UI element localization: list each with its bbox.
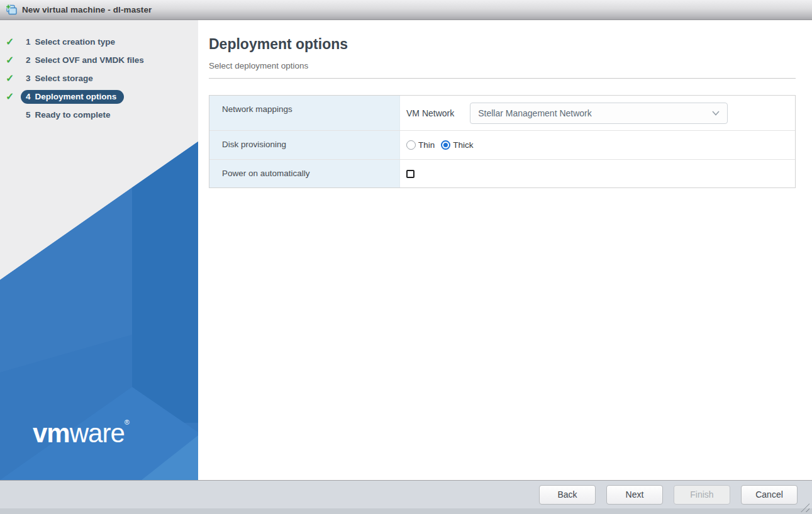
divider (209, 78, 796, 79)
step-label: Select creation type (35, 37, 116, 47)
row-label: Network mappings (209, 96, 400, 130)
step-label: Select OVF and VMDK files (35, 55, 144, 65)
radio-dot (443, 143, 448, 147)
finish-button[interactable]: Finish (674, 485, 730, 505)
power-on-checkbox[interactable] (406, 170, 414, 178)
check-icon: ✓ (6, 74, 21, 84)
page-subtitle: Select deployment options (209, 61, 796, 70)
check-icon: ✓ (6, 55, 21, 65)
check-icon: ✓ (6, 37, 21, 47)
power-on-row: Power on automatically (209, 160, 795, 187)
wizard-steps: ✓ 1Select creation type ✓ 2Select OVF an… (0, 33, 198, 124)
step-label: Deployment options (35, 92, 117, 101)
step-number: 5 (26, 110, 31, 120)
new-vm-wizard-window: New virtual machine - dl-master ✓ 1Selec… (0, 0, 812, 514)
thin-radio-label[interactable]: Thin (418, 140, 435, 150)
row-label: Power on automatically (209, 160, 400, 187)
wizard-step-5[interactable]: 5Ready to complete (0, 106, 198, 124)
cancel-button[interactable]: Cancel (741, 485, 798, 505)
wizard-step-2[interactable]: ✓ 2Select OVF and VMDK files (0, 51, 198, 69)
page-title: Deployment options (209, 36, 796, 53)
back-button[interactable]: Back (539, 485, 596, 505)
wizard-step-1[interactable]: ✓ 1Select creation type (0, 33, 198, 51)
next-button[interactable]: Next (606, 485, 663, 505)
thin-radio[interactable] (406, 140, 416, 150)
window-titlebar: New virtual machine - dl-master (0, 0, 812, 20)
check-icon: ✓ (6, 92, 21, 102)
row-label: Disk provisioning (209, 131, 400, 159)
wizard-sidebar: ✓ 1Select creation type ✓ 2Select OVF an… (0, 20, 198, 480)
step-label: Ready to complete (35, 110, 111, 120)
disk-provisioning-radios: Thin Thick (406, 140, 480, 150)
network-mappings-row: Network mappings VM Network Stellar Mana… (209, 96, 795, 131)
new-vm-icon (5, 4, 18, 16)
window-bottom-edge (0, 508, 812, 514)
step-number: 4 (26, 92, 31, 101)
vmware-logo: vmware® (33, 418, 130, 449)
network-select-value: Stellar Management Network (478, 108, 592, 118)
wizard-footer: Back Next Finish Cancel (0, 480, 812, 508)
step-number: 1 (26, 37, 31, 47)
wizard-step-4-active[interactable]: ✓ 4Deployment options (0, 87, 198, 106)
thick-radio[interactable] (441, 140, 450, 150)
network-select[interactable]: Stellar Management Network (470, 103, 728, 124)
disk-provisioning-row: Disk provisioning Thin Thick (209, 131, 795, 160)
step-number: 3 (26, 74, 31, 83)
step-label: Select storage (35, 74, 93, 83)
window-title: New virtual machine - dl-master (22, 5, 152, 14)
deployment-options-table: Network mappings VM Network Stellar Mana… (209, 95, 796, 188)
vm-network-label: VM Network (406, 108, 454, 118)
thick-radio-label[interactable]: Thick (453, 140, 473, 150)
wizard-step-3[interactable]: ✓ 3Select storage (0, 69, 198, 87)
chevron-down-icon (712, 111, 720, 116)
step-number: 2 (26, 55, 31, 65)
wizard-content-pane: Deployment options Select deployment opt… (198, 20, 812, 480)
